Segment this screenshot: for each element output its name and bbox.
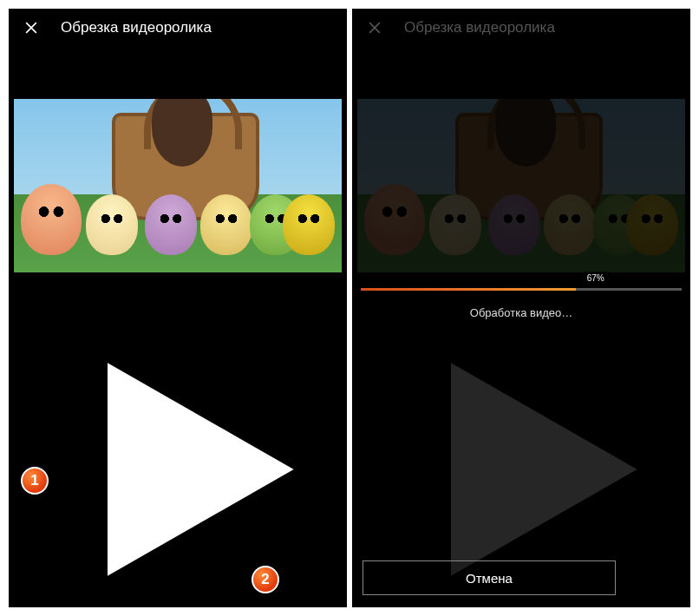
callout-marker-1: 1 xyxy=(21,467,49,495)
page-title: Обрезка видеоролика xyxy=(404,19,555,36)
video-preview xyxy=(352,99,690,272)
video-preview[interactable] xyxy=(9,99,347,272)
close-button[interactable] xyxy=(23,19,40,36)
callout-marker-2: 2 xyxy=(252,566,279,593)
progress-percent: 67% xyxy=(582,272,610,285)
cancel-button[interactable]: Отмена xyxy=(363,560,616,595)
pane-trim: Обрезка видеоролика 0:43.5 xyxy=(9,9,347,607)
video-frame xyxy=(14,99,342,272)
progress-area: 67% Обработка видео… xyxy=(361,269,682,319)
header: Обрезка видеоролика xyxy=(352,9,690,47)
page-title: Обрезка видеоролика xyxy=(61,19,212,36)
play-icon xyxy=(28,307,347,616)
pane-processing: Обрезка видеоролика 67% Обработка видео…… xyxy=(352,9,690,607)
play-button[interactable] xyxy=(9,272,347,616)
close-button xyxy=(366,19,383,36)
close-icon xyxy=(23,19,40,36)
controls: 0:43.5 PPY EASTER! xyxy=(9,272,347,616)
progress-bar xyxy=(361,288,682,291)
header: Обрезка видеоролика xyxy=(9,9,347,47)
progress-fill xyxy=(361,288,576,291)
progress-label: Обработка видео… xyxy=(361,306,682,319)
cancel-label: Отмена xyxy=(466,571,513,586)
video-frame xyxy=(357,99,685,272)
close-icon xyxy=(366,19,383,36)
